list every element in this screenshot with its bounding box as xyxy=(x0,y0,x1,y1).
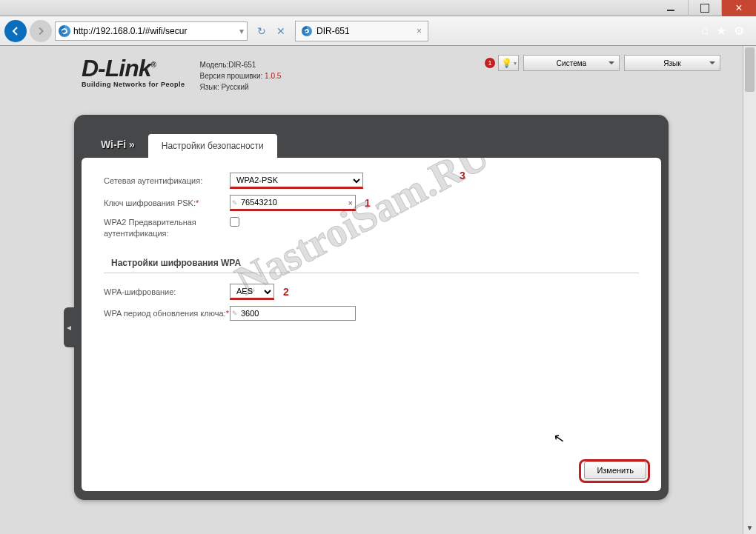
dropdown-icon[interactable]: ▾ xyxy=(239,26,244,36)
mouse-cursor-icon: ↖ xyxy=(552,430,566,447)
network-auth-select[interactable]: WPA2-PSK xyxy=(230,173,363,189)
auth-label: Сетевая аутентификация: xyxy=(104,176,230,185)
vertical-scrollbar[interactable]: ▲ ▼ xyxy=(743,46,756,534)
nav-forward-button[interactable] xyxy=(30,20,52,42)
window-close-button[interactable]: × xyxy=(722,0,756,16)
apply-button[interactable]: Изменить xyxy=(584,461,646,479)
address-bar[interactable]: http://192.168.0.1/#wifi/secur ▾ xyxy=(55,21,248,41)
hint-button[interactable]: 💡▾ xyxy=(498,55,519,71)
wpa-encryption-select[interactable]: AES xyxy=(230,284,274,300)
edit-icon: ✎ xyxy=(232,199,238,207)
browser-right-icons: ⌂ ★ ⚙ xyxy=(701,24,752,38)
router-header: D-Link® Building Networks for People Мод… xyxy=(0,55,743,93)
annotation-3: 3 xyxy=(460,170,465,181)
arrow-right-icon xyxy=(36,26,46,36)
browser-toolbar: ↻ ✕ xyxy=(251,24,292,38)
breadcrumb: Wi-Fi » Настройки безопасности xyxy=(74,115,669,158)
clear-input-button[interactable]: × xyxy=(348,198,353,207)
sidebar-expand-handle[interactable]: ◂ xyxy=(64,307,74,347)
breadcrumb-wifi[interactable]: Wi-Fi » xyxy=(101,138,135,158)
browser-navbar: http://192.168.0.1/#wifi/secur ▾ ↻ ✕ DIR… xyxy=(0,16,756,46)
main-panel: ◂ Wi-Fi » Настройки безопасности 3 Сетев… xyxy=(74,115,669,500)
scroll-down-button[interactable]: ▼ xyxy=(743,521,756,534)
wpa-section-header: Настройки шифрования WPA xyxy=(104,253,639,273)
nav-back-button[interactable] xyxy=(4,20,27,42)
home-icon[interactable]: ⌂ xyxy=(701,24,709,38)
ie-icon xyxy=(302,26,312,36)
window-maximize-button[interactable] xyxy=(688,0,722,16)
annotation-1: 1 xyxy=(365,197,371,209)
edit-icon: ✎ xyxy=(232,310,238,317)
annotation-2: 2 xyxy=(283,286,289,298)
preauth-label: WPA2 Предварительная аутентификация: xyxy=(104,217,230,240)
window-titlebar: × xyxy=(0,0,756,16)
tab-security-settings[interactable]: Настройки безопасности xyxy=(148,134,277,158)
ie-icon xyxy=(59,25,70,37)
tab-title: DIR-651 xyxy=(316,26,350,36)
url-text: http://192.168.0.1/#wifi/secur xyxy=(73,26,187,36)
window-minimize-button[interactable] xyxy=(654,0,688,16)
system-dropdown[interactable]: Система xyxy=(523,55,620,71)
page-viewport: D-Link® Building Networks for People Мод… xyxy=(0,46,743,534)
favorites-icon[interactable]: ★ xyxy=(716,24,726,38)
notification-badge[interactable]: 1 xyxy=(485,58,495,68)
logo-text: D-Link xyxy=(82,55,151,81)
wpa-renewal-input[interactable] xyxy=(230,306,356,321)
stop-button[interactable]: ✕ xyxy=(274,24,288,38)
tab-close-button[interactable]: × xyxy=(417,26,422,36)
dlink-logo: D-Link® Building Networks for People xyxy=(82,55,185,88)
browser-tab[interactable]: DIR-651 × xyxy=(295,21,428,41)
scroll-thumb[interactable] xyxy=(745,47,755,92)
psk-key-input[interactable] xyxy=(230,195,356,211)
renew-label: WPA период обновления ключа: xyxy=(104,309,226,318)
settings-form: 3 Сетевая аутентификация: WPA2-PSK Ключ … xyxy=(82,158,661,491)
arrow-left-icon xyxy=(10,25,21,37)
psk-label: Ключ шифрования PSK: xyxy=(104,198,196,207)
preauth-checkbox[interactable] xyxy=(230,217,239,227)
refresh-button[interactable]: ↻ xyxy=(255,24,268,38)
settings-icon[interactable]: ⚙ xyxy=(734,24,744,38)
device-info: Модель:DIR-651 Версия прошивки: 1.0.5 Яз… xyxy=(200,55,282,93)
encryption-label: WPA-шифрование: xyxy=(104,287,230,296)
language-dropdown[interactable]: Язык xyxy=(624,55,720,71)
